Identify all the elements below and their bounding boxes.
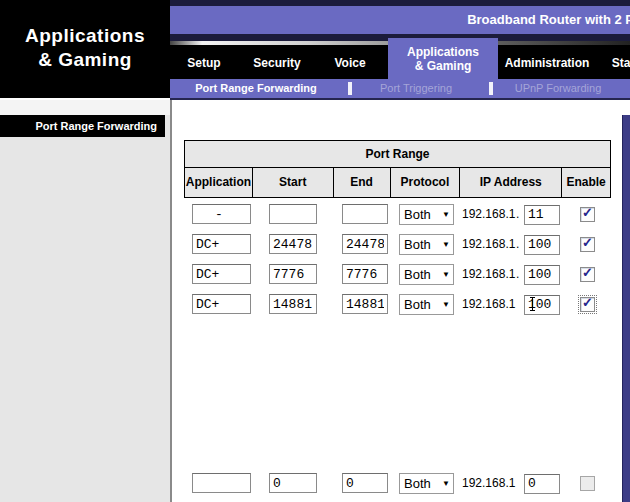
tab-applications-gaming[interactable]: Applications & Gaming <box>388 38 498 79</box>
end-port-input[interactable] <box>342 204 388 224</box>
chevron-down-icon: ▼ <box>439 479 453 488</box>
ip-dot-label: . <box>516 237 519 251</box>
table-row: Both ▼ 192.168.1 . <box>172 204 622 228</box>
table-column-headers: Application Start End Protocol IP Addres… <box>185 168 610 197</box>
protocol-value: Both <box>400 207 439 222</box>
protocol-select[interactable]: Both ▼ <box>399 473 454 494</box>
tab-voice[interactable]: Voice <box>325 55 375 71</box>
table-row: Both ▼ 192.168.1 <box>172 294 622 318</box>
ip-octet-wrap <box>524 473 560 494</box>
end-port-input[interactable] <box>342 264 388 284</box>
sidebar-top-strip <box>0 100 170 115</box>
sub-nav: Port Range Forwarding Port Triggering UP… <box>170 79 630 100</box>
router-model-title: Broadband Router with 2 P <box>467 6 630 34</box>
ip-prefix-label: 192.168.1 <box>462 207 515 221</box>
enable-checkbox[interactable] <box>580 267 595 282</box>
ip-last-octet-input[interactable] <box>524 265 560 285</box>
end-port-input[interactable] <box>342 294 388 314</box>
protocol-select[interactable]: Both ▼ <box>399 204 454 225</box>
enable-checkbox[interactable] <box>580 297 595 312</box>
enable-checkbox[interactable] <box>580 476 595 491</box>
protocol-select[interactable]: Both ▼ <box>399 234 454 255</box>
application-input[interactable] <box>192 473 251 493</box>
sidebar: Port Range Forwarding <box>0 100 170 502</box>
col-header-ip-address: IP Address <box>459 168 561 197</box>
ip-octet-wrap <box>524 294 560 315</box>
tab-setup[interactable]: Setup <box>174 55 234 71</box>
logo-line-1: Applications <box>0 24 170 48</box>
ip-prefix-label: 192.168.1 <box>462 297 515 311</box>
enable-checkbox[interactable] <box>580 207 595 222</box>
table-row: Both ▼ 192.168.1 . <box>172 234 622 258</box>
tab-security[interactable]: Security <box>242 55 312 71</box>
ip-dot-label: . <box>516 267 519 281</box>
start-port-input[interactable] <box>269 234 317 254</box>
enable-checkbox[interactable] <box>580 237 595 252</box>
start-port-input[interactable] <box>269 473 317 493</box>
active-tab-line-2: & Gaming <box>388 59 498 73</box>
subnav-port-triggering[interactable]: Port Triggering <box>356 81 476 96</box>
table-row: Both ▼ 192.168.1 . <box>172 264 622 288</box>
application-input[interactable] <box>192 294 251 314</box>
ip-octet-wrap <box>524 264 560 285</box>
chevron-down-icon: ▼ <box>439 300 453 309</box>
app-logo: Applications & Gaming <box>0 0 170 98</box>
ip-octet-wrap <box>524 234 560 255</box>
tab-status[interactable]: Status <box>600 55 630 71</box>
port-range-table-header: Port Range Application Start End Protoco… <box>184 140 611 198</box>
chevron-down-icon: ▼ <box>439 270 453 279</box>
ip-last-octet-input[interactable] <box>524 235 560 255</box>
protocol-value: Both <box>400 237 439 252</box>
protocol-value: Both <box>400 297 439 312</box>
sidebar-section-label: Port Range Forwarding <box>0 115 165 137</box>
header-band: Broadband Router with 2 P <box>170 0 630 40</box>
col-header-end: End <box>333 168 390 197</box>
end-port-input[interactable] <box>342 234 388 254</box>
col-header-start: Start <box>252 168 333 197</box>
application-input[interactable] <box>192 234 251 254</box>
ip-prefix-label: 192.168.1 <box>462 267 515 281</box>
ip-prefix-label: 192.168.1 <box>462 476 515 490</box>
application-input[interactable] <box>192 264 251 284</box>
protocol-select[interactable]: Both ▼ <box>399 294 454 315</box>
subnav-port-range-forwarding[interactable]: Port Range Forwarding <box>176 81 336 96</box>
start-port-input[interactable] <box>269 264 317 284</box>
col-header-application: Application <box>185 168 252 197</box>
protocol-value: Both <box>400 476 439 491</box>
ip-dot-label: . <box>516 207 519 221</box>
ip-octet-wrap <box>524 204 560 225</box>
chevron-down-icon: ▼ <box>439 240 453 249</box>
main-content: Port Range Application Start End Protoco… <box>170 100 630 502</box>
right-accent-bar <box>622 115 630 502</box>
subnav-upnp-forwarding[interactable]: UPnP Forwarding <box>493 81 623 96</box>
protocol-value: Both <box>400 267 439 282</box>
ip-last-octet-input[interactable] <box>524 474 560 494</box>
ip-prefix-label: 192.168.1 <box>462 237 515 251</box>
tab-administration[interactable]: Administration <box>497 55 597 71</box>
col-header-enable: Enable <box>561 168 610 197</box>
chevron-down-icon: ▼ <box>439 210 453 219</box>
table-row: Both ▼ 192.168.1 <box>172 473 622 497</box>
logo-line-2: & Gaming <box>0 48 170 72</box>
active-tab-line-1: Applications <box>388 45 498 59</box>
protocol-select[interactable]: Both ▼ <box>399 264 454 285</box>
col-header-protocol: Protocol <box>390 168 460 197</box>
subnav-separator <box>348 82 352 95</box>
application-input[interactable] <box>192 204 251 224</box>
ip-last-octet-input[interactable] <box>524 205 560 225</box>
end-port-input[interactable] <box>342 473 388 493</box>
start-port-input[interactable] <box>269 294 317 314</box>
table-group-header: Port Range <box>185 141 610 168</box>
ip-last-octet-input[interactable] <box>524 295 560 315</box>
start-port-input[interactable] <box>269 204 317 224</box>
